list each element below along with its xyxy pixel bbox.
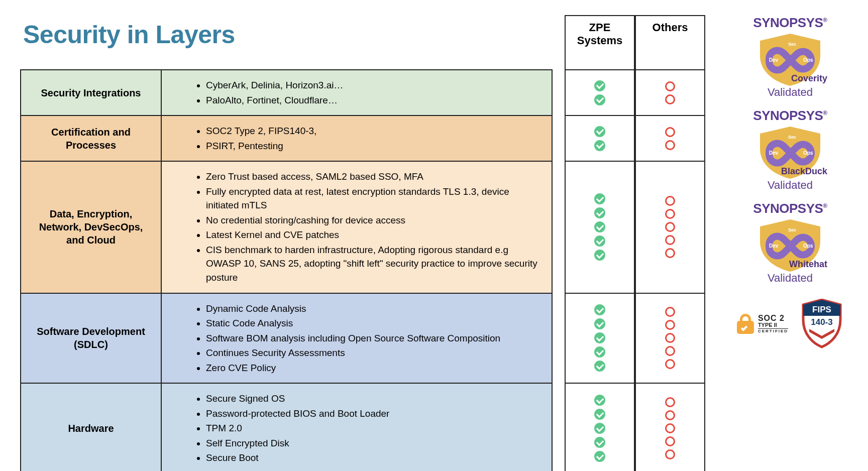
svg-text:Ops: Ops xyxy=(803,150,813,156)
svg-text:Dev: Dev xyxy=(769,243,779,249)
badges-column: SYNOPSYS® Dev Sec Ops Coverity Validated… xyxy=(717,15,863,349)
check-icon xyxy=(594,304,605,315)
list-item: PaloAlto, Fortinet, Cloudflare… xyxy=(206,93,542,107)
cmp-cell xyxy=(565,115,634,161)
check-icon xyxy=(594,140,605,151)
row-body: SOC2 Type 2, FIPS140-3,PSIRT, Pentesting xyxy=(161,115,552,161)
check-icon xyxy=(594,94,605,105)
ring-icon xyxy=(665,127,675,137)
ring-icon xyxy=(665,436,675,446)
row-label: Security Integrations xyxy=(21,70,161,115)
list-item: SOC2 Type 2, FIPS140-3, xyxy=(206,124,542,138)
cmp-header-zpe: ZPE Systems xyxy=(565,16,634,70)
row-body: Zero Trust based access, SAML2 based SSO… xyxy=(161,161,552,293)
ring-icon xyxy=(665,209,675,219)
check-icon xyxy=(594,423,605,434)
ring-icon xyxy=(665,196,675,206)
ring-icon xyxy=(665,235,675,245)
ring-icon xyxy=(665,397,675,407)
list-item: No credential storing/cashing for device… xyxy=(206,213,542,227)
cmp-cell xyxy=(635,115,705,161)
table-row: Hardware Secure Signed OSPassword-protec… xyxy=(21,383,552,471)
comparison-column: ZPE Systems Others xyxy=(565,15,705,471)
ring-icon xyxy=(665,140,675,150)
ring-icon xyxy=(665,449,675,459)
svg-text:140-3: 140-3 xyxy=(811,317,832,327)
check-icon xyxy=(594,207,605,218)
list-item: Self Encrypted Disk xyxy=(206,436,542,450)
soc2-line1: SOC 2 xyxy=(758,314,788,323)
ring-icon xyxy=(665,320,675,330)
check-icon xyxy=(594,250,605,261)
cmp-cell xyxy=(635,161,705,293)
list-item: Static Code Analysis xyxy=(206,316,542,330)
list-item: Secure Signed OS xyxy=(206,392,542,406)
table-row: Data, Encryption, Network, DevSecOps, an… xyxy=(21,161,552,293)
row-label: Software Development (SDLC) xyxy=(21,293,161,384)
check-icon xyxy=(594,126,605,137)
validated-label: Validated xyxy=(750,179,830,192)
synopsys-product: Whitehat xyxy=(789,259,827,270)
synopsys-badge: SYNOPSYS® Dev Sec Ops Coverity Validated xyxy=(750,15,830,99)
table-row: Security Integrations CyberArk, Delinia,… xyxy=(21,70,552,115)
list-item: CIS benchmark to harden infrastructure, … xyxy=(206,243,542,285)
cmp-cell xyxy=(565,161,634,293)
list-item: Software BOM analysis including Open Sou… xyxy=(206,331,542,345)
cmp-cell xyxy=(635,293,705,384)
check-icon xyxy=(594,318,605,329)
synopsys-product: BlackDuck xyxy=(781,166,827,177)
list-item: PSIRT, Pentesting xyxy=(206,139,542,153)
synopsys-badge: SYNOPSYS® Dev Sec Ops BlackDuck Validate… xyxy=(750,108,830,192)
check-icon xyxy=(594,346,605,358)
synopsys-logo: SYNOPSYS® xyxy=(750,15,830,31)
list-item: Fully encrypted data at rest, latest enc… xyxy=(206,185,542,212)
ring-icon xyxy=(665,359,675,369)
cert-row: SOC 2 TYPE II CERTIFIED FIPS 140-3 xyxy=(737,299,843,349)
soc2-badge: SOC 2 TYPE II CERTIFIED xyxy=(737,314,788,334)
svg-text:Ops: Ops xyxy=(803,243,813,249)
lock-icon xyxy=(737,314,754,334)
list-item: Latest Kernel and CVE patches xyxy=(206,228,542,242)
check-icon xyxy=(594,451,605,462)
soc2-line2: TYPE II xyxy=(758,322,788,328)
list-item: Zero CVE Policy xyxy=(206,361,542,375)
check-icon xyxy=(594,221,605,232)
main-column: Security in Layers Security Integrations… xyxy=(20,15,553,471)
check-icon xyxy=(594,395,605,406)
synopsys-badge: SYNOPSYS® Dev Sec Ops Whitehat Validated xyxy=(750,201,830,285)
row-body: CyberArk, Delinia, Horizon3.ai…PaloAlto,… xyxy=(161,70,552,115)
cmp-cell xyxy=(565,383,634,471)
validated-label: Validated xyxy=(750,86,830,99)
cmp-cell xyxy=(565,70,634,115)
page-title: Security in Layers xyxy=(23,20,553,49)
ring-icon xyxy=(665,346,675,356)
row-label: Certification and Processes xyxy=(21,115,161,161)
soc2-line3: CERTIFIED xyxy=(758,328,788,333)
list-item: Dynamic Code Analysis xyxy=(206,302,542,316)
ring-icon xyxy=(665,333,675,343)
svg-text:Sec: Sec xyxy=(788,135,796,140)
check-icon xyxy=(594,80,605,91)
list-item: Continues Security Assessments xyxy=(206,346,542,360)
row-label: Hardware xyxy=(21,383,161,471)
cmp-zpe: ZPE Systems xyxy=(565,15,635,471)
svg-text:FIPS: FIPS xyxy=(812,305,831,314)
check-icon xyxy=(594,193,605,204)
synopsys-product: Coverity xyxy=(791,73,827,84)
check-icon xyxy=(594,409,605,420)
fips-badge: FIPS 140-3 xyxy=(800,299,843,349)
synopsys-logo: SYNOPSYS® xyxy=(750,108,830,124)
svg-text:Sec: Sec xyxy=(788,227,796,232)
row-body: Secure Signed OSPassword-protected BIOS … xyxy=(161,383,552,471)
svg-text:Sec: Sec xyxy=(788,42,796,47)
check-icon xyxy=(594,437,605,448)
svg-text:Ops: Ops xyxy=(803,57,813,63)
check-icon xyxy=(594,361,605,372)
list-item: CyberArk, Delinia, Horizon3.ai… xyxy=(206,78,542,92)
svg-text:Dev: Dev xyxy=(769,150,779,156)
ring-icon xyxy=(665,222,675,232)
list-item: Secure Boot xyxy=(206,451,542,465)
validated-label: Validated xyxy=(750,272,830,285)
synopsys-logo: SYNOPSYS® xyxy=(750,201,830,216)
check-icon xyxy=(594,236,605,247)
